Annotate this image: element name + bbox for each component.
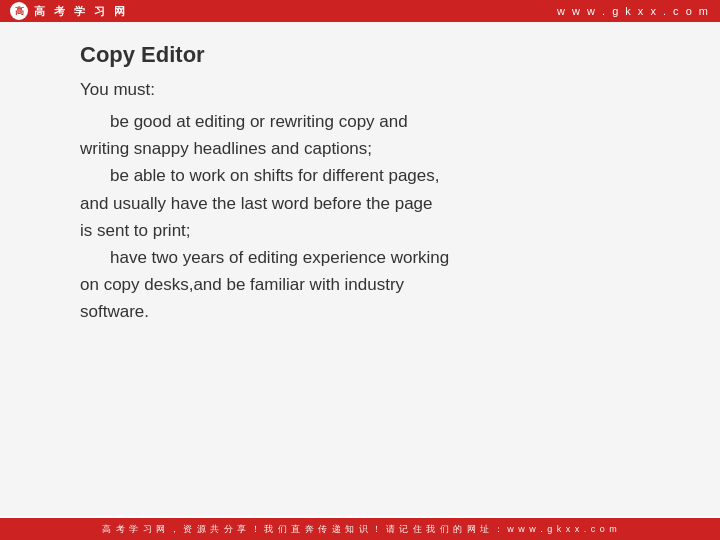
line5: is sent to print; — [80, 221, 191, 240]
bottom-bar: 高 考 学 习 网 ， 资 源 共 分 享 ！ 我 们 直 奔 传 递 知 识 … — [0, 518, 720, 540]
page-title: Copy Editor — [80, 42, 650, 68]
bottom-bar-text: 高 考 学 习 网 ， 资 源 共 分 享 ！ 我 们 直 奔 传 递 知 识 … — [102, 523, 618, 536]
line2: writing snappy headlines and captions; — [80, 139, 372, 158]
content-block: be good at editing or rewriting copy and… — [80, 108, 650, 326]
line3: be able to work on shifts for different … — [80, 166, 440, 185]
line7: on copy desks,and be familiar with indus… — [80, 275, 404, 294]
you-must-label: You must: — [80, 80, 650, 100]
line1: be good at editing or rewriting copy and — [80, 112, 408, 131]
top-bar: 高 高 考 学 习 网 w w w . g k x x . c o m — [0, 0, 720, 22]
logo-chinese: 高 考 学 习 网 — [34, 4, 128, 19]
logo-char: 高 — [15, 5, 24, 18]
logo-circle: 高 — [10, 2, 28, 20]
line8: software. — [80, 302, 149, 321]
top-bar-left: 高 高 考 学 习 网 — [10, 2, 128, 20]
line4: and usually have the last word before th… — [80, 194, 433, 213]
website-top: w w w . g k x x . c o m — [557, 5, 710, 17]
line6: have two years of editing experience wor… — [80, 248, 449, 267]
main-content: Copy Editor You must: be good at editing… — [0, 22, 720, 516]
